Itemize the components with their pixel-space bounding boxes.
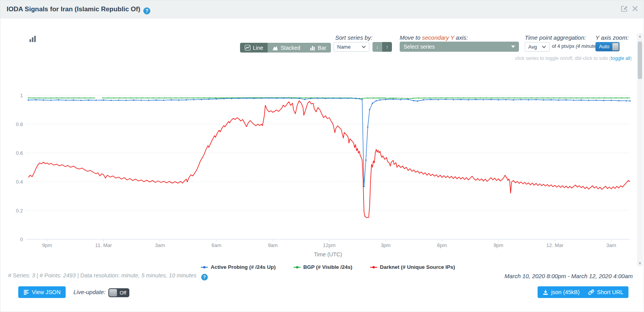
series-toggle-hint: click series to toggle on/off, dbl-click… <box>515 56 632 61</box>
svg-text:6am: 6am <box>211 242 221 248</box>
svg-text:0: 0 <box>20 237 23 242</box>
short-url-label: Short URL <box>597 289 623 295</box>
legend-label: Active Probing (# /24s Up) <box>211 264 275 270</box>
chart-stats: # Series: 3 | # Points: 2493 | Data reso… <box>8 272 208 280</box>
legend-marker <box>201 265 208 269</box>
select-series-dropdown[interactable]: Select series <box>400 42 519 52</box>
chart-legend: Active Probing (# /24s Up) BGP (# Visibl… <box>26 264 630 270</box>
aggregation-note: of 4 pts/px (4 minutes) <box>552 44 600 49</box>
scrollbar-thumb[interactable] <box>638 42 642 79</box>
svg-text:12. Mar: 12. Mar <box>546 242 564 248</box>
title-help-icon[interactable]: ? <box>143 7 150 14</box>
scrollbar[interactable]: ▲ ▼ <box>637 33 643 266</box>
legend-marker <box>294 265 301 269</box>
edit-icon[interactable] <box>620 5 628 12</box>
legend-label: BGP (# Visible /24s) <box>303 264 352 270</box>
view-json-icon <box>23 289 29 295</box>
svg-text:0.6: 0.6 <box>16 150 23 156</box>
chart-plot-area[interactable]: 00.20.40.60.819pm11. Mar3am6am9am12pm3pm… <box>0 63 644 263</box>
select-series-placeholder: Select series <box>404 44 435 50</box>
svg-text:11. Mar: 11. Mar <box>95 242 112 248</box>
aggregation-select[interactable]: Avg <box>525 42 550 52</box>
chart-type-stacked-label: Stacked <box>280 45 300 51</box>
legend-label: Darknet (# Unique Source IPs) <box>380 264 455 270</box>
svg-text:3pm: 3pm <box>381 242 390 248</box>
chevron-down-icon <box>511 46 515 48</box>
svg-text:9am: 9am <box>268 242 278 248</box>
sort-ascending-button[interactable]: ↑ <box>382 42 392 52</box>
view-json-button[interactable]: View JSON <box>18 286 66 298</box>
modal-header: IODA Signals for Iran (Islamic Republic … <box>0 0 644 18</box>
legend-marker <box>370 265 377 269</box>
svg-text:6pm: 6pm <box>437 242 447 248</box>
sort-series-value: Name <box>337 44 351 50</box>
download-icon <box>543 289 548 295</box>
chart-type-line-button[interactable]: Line <box>240 43 268 53</box>
y-axis-zoom-state: Auto <box>599 42 609 51</box>
svg-text:Time (UTC): Time (UTC) <box>314 251 342 258</box>
close-icon[interactable] <box>632 5 638 12</box>
toggle-knob <box>109 289 117 296</box>
secondary-axis-label: Move to secondary Y axis: <box>400 34 468 41</box>
chart-type-line-label: Line <box>253 45 263 51</box>
page-title: IODA Signals for Iran (Islamic Republic … <box>7 0 150 18</box>
stacked-chart-icon <box>272 45 278 51</box>
legend-item-bgp[interactable]: BGP (# Visible /24s) <box>294 264 352 270</box>
chart-type-bar-button[interactable]: Bar <box>305 43 331 53</box>
svg-text:12pm: 12pm <box>323 242 336 248</box>
ioda-signals-modal: IODA Signals for Iran (Islamic Republic … <box>0 0 644 312</box>
chevron-down-icon <box>362 46 366 48</box>
scroll-down-icon[interactable]: ▼ <box>637 261 643 265</box>
aggregation-value: Avg <box>528 44 537 50</box>
sort-descending-button[interactable]: ↓ <box>372 42 382 52</box>
legend-item-darknet[interactable]: Darknet (# Unique Source IPs) <box>370 264 455 270</box>
date-range: March 10, 2020 8:00pm - March 12, 2020 4… <box>505 273 633 279</box>
svg-text:0.4: 0.4 <box>16 179 23 185</box>
view-json-label: View JSON <box>32 289 61 295</box>
chevron-down-icon <box>542 46 546 48</box>
live-update-state: Off <box>120 288 126 297</box>
svg-text:0.2: 0.2 <box>16 208 23 214</box>
sort-series-label: Sort series by: <box>335 34 372 41</box>
short-url-button[interactable]: Short URL <box>583 286 628 298</box>
svg-text:3am: 3am <box>155 242 165 248</box>
link-icon <box>588 289 594 295</box>
toggle-all-link[interactable]: toggle all <box>611 56 630 61</box>
line-chart-icon <box>245 45 251 51</box>
sort-series-select[interactable]: Name <box>334 42 369 52</box>
toggle-knob <box>612 43 619 51</box>
chart-type-stacked-button[interactable]: Stacked <box>268 43 305 53</box>
y-axis-zoom-label: Y axis zoom: <box>595 34 629 41</box>
download-json-button[interactable]: json (45kB) <box>538 286 585 298</box>
live-update-toggle[interactable]: Off <box>108 288 129 297</box>
download-json-label: json (45kB) <box>551 289 580 295</box>
svg-text:3am: 3am <box>606 242 616 248</box>
y-axis-zoom-toggle[interactable]: Auto <box>595 42 620 51</box>
scroll-up-icon[interactable]: ▲ <box>637 34 643 38</box>
svg-text:9pm: 9pm <box>42 242 52 248</box>
stats-help-icon[interactable]: ? <box>201 274 208 280</box>
chart-type-bar-label: Bar <box>318 45 326 51</box>
svg-text:0.8: 0.8 <box>16 121 23 127</box>
page-title-text: IODA Signals for Iran (Islamic Republic … <box>7 5 140 13</box>
svg-text:1: 1 <box>20 93 23 98</box>
chart-glyph-icon <box>29 35 37 42</box>
bar-chart-icon <box>310 45 315 51</box>
svg-text:9pm: 9pm <box>494 242 503 248</box>
live-update-label: Live-update: <box>73 289 106 295</box>
aggregation-label: Time point aggregation: <box>525 34 586 41</box>
sort-direction-buttons: ↓ ↑ <box>372 42 392 52</box>
legend-item-active-probing[interactable]: Active Probing (# /24s Up) <box>201 264 275 270</box>
chart-type-switcher: Line Stacked Bar <box>240 43 331 53</box>
